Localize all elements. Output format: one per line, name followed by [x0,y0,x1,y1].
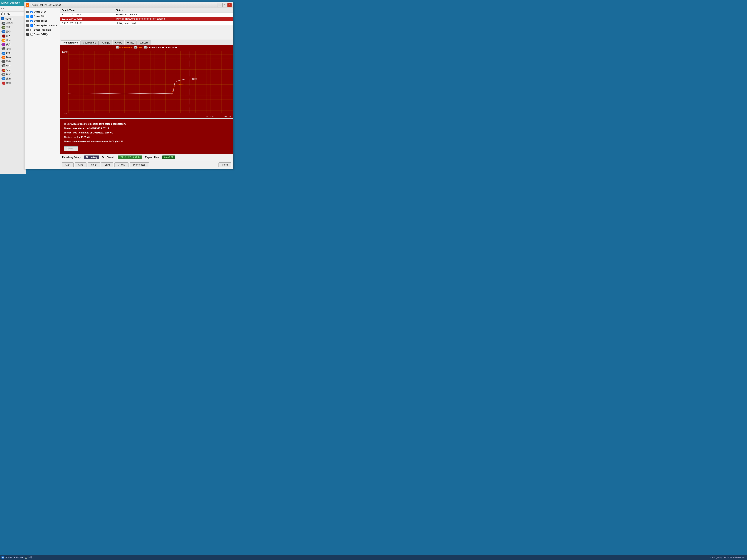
cpu-stress-icon [26,10,29,14]
sidebar-label-srv: 服务 [6,34,11,37]
col-datetime: Date & Time [60,8,114,12]
sidebar-menu-bar: 菜单 收 [0,11,26,16]
chevron-icon: › [1,65,2,67]
mb-icon: ▦ [2,26,5,29]
button-bar: Start Stop Clear Save CPUID Preferences … [60,161,233,169]
sidebar-item-security[interactable]: › 🔒 安全 [0,68,26,72]
legend-cpu: ✓ CPU [134,46,142,49]
table-row: 2021/11/27 10:02:36 Warning: Hardware fa… [60,17,233,21]
log-status-3: Stability Test: Failed [114,21,233,25]
minimize-button[interactable]: — [217,3,222,7]
sidebar-label-config: 配置 [6,73,11,76]
tab-clocks[interactable]: Clocks [113,41,124,45]
cpuid-button[interactable]: CPUID [114,162,128,167]
log-table-container: Date & Time Status 2021/11/27 10:02:15 S… [60,8,233,40]
stress-cache-checkbox[interactable] [30,20,33,22]
sidebar-item-srv[interactable]: › ▮ 服务 [0,34,26,38]
legend-cpu-label: CPU [137,46,142,49]
sidebar-label-performance: 性能 [6,81,11,85]
stress-disk-checkbox[interactable] [30,29,33,31]
stop-button[interactable]: Stop [75,162,86,167]
chevron-icon: › [1,35,2,37]
gpu-stress-icon [26,33,29,36]
legend-mb-checkbox[interactable]: ✓ [117,46,119,49]
log-datetime-1: 2021/11/27 10:02:15 [60,12,114,17]
menu-item-collect[interactable]: 收 [7,12,10,15]
sidebar-label-database: 数据 [6,77,11,80]
sidebar-item-config[interactable]: › ⚙ 配置 [0,72,26,77]
nav-forward-button[interactable]: › [3,7,4,10]
close-window-button[interactable]: Close [218,162,231,167]
nav-back-button[interactable]: ‹ [1,7,2,10]
sidebar-item-devices[interactable]: › ▮ 设备 [0,59,26,64]
sidebar-item-software[interactable]: › ◫ 软件 [0,64,26,68]
stress-gpu-checkbox[interactable] [30,33,33,36]
maximize-button[interactable]: □ [223,3,227,7]
sidebar-item-database[interactable]: › ⊟ 数据 [0,77,26,81]
alert-line-3: The test was terminated on 2021/11/27 9:… [64,131,230,135]
sidebar-item-directx[interactable]: › ◈ Direc [0,55,26,59]
tabs-bar: Temperatures Cooling Fans Voltages Clock… [60,40,233,45]
start-button[interactable]: Start [62,162,74,167]
chevron-icon: › [1,22,2,24]
sidebar-label-computer: 计算机 [6,22,13,25]
title-bar: 🔥 System Stability Test - AIDA64 — □ ✕ [24,2,233,8]
db-icon: ⊟ [2,77,5,80]
content-area: Stress CPU Stress FPU Stress cache [24,8,233,169]
chart-area: ✓ Motherboard ✓ CPU ✓ Lenovo SL700 PCI-E… [60,45,233,118]
window-title: System Stability Test - AIDA64 [31,4,216,6]
stress-gpu-label: Stress GPU(s) [34,33,48,36]
chevron-icon: › [1,56,2,58]
net-icon: ⊞ [2,52,5,55]
tab-statistics[interactable]: Statistics [137,41,151,45]
alert-line-4: The test ran for 00:01:46 [64,135,230,139]
sidebar-item-multimedia[interactable]: › ♪ 多媒 [0,43,26,47]
sidebar-label-aida64: AIDA64 [5,18,12,20]
tab-voltages[interactable]: Voltages [99,41,112,45]
log-status-1: Stability Test: Started [114,12,233,17]
stress-cache-item: Stress cache [26,19,58,23]
sw-icon: ◫ [2,64,5,68]
chevron-icon: › [1,31,2,33]
col-status: Status [114,8,233,12]
sidebar-top-bar: AIDA64 Business [0,0,26,6]
sidebar-item-performance[interactable]: › ◈ 性能 [0,81,26,85]
tab-temperatures[interactable]: Temperatures [61,41,80,45]
chevron-icon: › [1,39,2,41]
sidebar-item-storage[interactable]: › ▬ 存储 [0,47,26,51]
sidebar-item-aida64[interactable]: 64 AIDA64 [0,17,26,21]
sidebar-item-os[interactable]: › ⊞ 操作 [0,29,26,34]
clear-button[interactable]: Clear [87,162,100,167]
preferences-button[interactable]: Preferences [130,162,149,167]
right-panel: Date & Time Status 2021/11/27 10:02:15 S… [60,8,233,169]
chevron-icon: › [1,44,2,46]
battery-badge: No battery [84,156,99,159]
dismiss-button[interactable]: Dismiss [64,146,78,151]
sidebar-label-os: 操作 [6,30,11,33]
sidebar-item-network[interactable]: › ⊞ 网络 [0,51,26,55]
tab-cooling-fans[interactable]: Cooling Fans [80,41,99,45]
legend-ssd-checkbox[interactable]: ✓ [144,46,147,49]
menu-item-file[interactable]: 菜单 [1,12,6,15]
stress-disk-label: Stress local disks [34,29,51,31]
computer-icon: 💻 [2,22,5,25]
stress-disk-item: Stress local disks [26,28,58,31]
elapsed-time-badge: 00:00:21 [162,156,175,159]
stress-fpu-checkbox[interactable] [30,15,33,18]
save-button[interactable]: Save [101,162,113,167]
stress-memory-checkbox[interactable] [30,24,33,27]
test-started-label: Test Started: [102,156,114,159]
sidebar-item-motherboard[interactable]: › ▦ 主板 [0,25,26,29]
timestamp-2: 10:02:36 [223,115,231,117]
sidebar-item-display[interactable]: › ◪ 显示 [0,38,26,43]
legend-cpu-checkbox[interactable]: ✓ [134,46,137,49]
elapsed-time-label: Elapsed Time: [145,156,159,159]
close-button[interactable]: ✕ [227,3,232,7]
stress-cpu-checkbox[interactable] [30,11,33,13]
log-datetime-3: 2021/11/27 10:02:36 [60,21,114,25]
tab-unified[interactable]: Unified [125,41,136,45]
mm-icon: ♪ [2,43,5,46]
title-buttons: — □ ✕ [217,3,232,7]
sidebar-item-computer[interactable]: › 💻 计算机 [0,21,26,25]
dir-icon: ◈ [2,56,5,59]
